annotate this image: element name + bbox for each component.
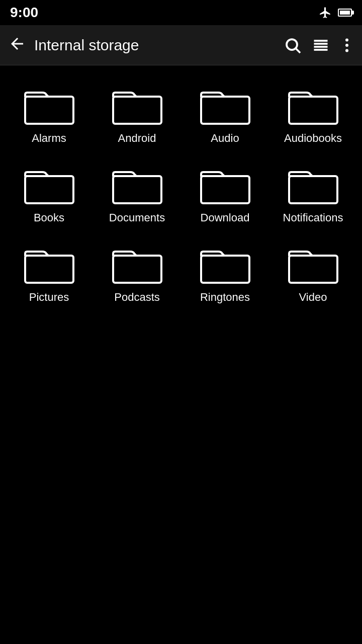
- svg-rect-12: [289, 97, 337, 124]
- folder-icon-alarms: [24, 86, 74, 126]
- folder-label-podcasts: Podcasts: [114, 291, 160, 304]
- folder-label-audiobooks: Audiobooks: [284, 132, 342, 145]
- folder-item-video[interactable]: Video: [269, 234, 357, 314]
- folder-item-notifications[interactable]: Notifications: [269, 155, 357, 234]
- svg-point-7: [345, 44, 348, 47]
- folder-icon-pictures: [24, 245, 74, 285]
- svg-rect-14: [113, 176, 161, 203]
- folder-item-pictures[interactable]: Pictures: [5, 234, 93, 314]
- folder-item-alarms[interactable]: Alarms: [5, 75, 93, 155]
- svg-rect-18: [113, 256, 161, 283]
- svg-rect-19: [201, 256, 249, 283]
- folder-icon-books: [24, 165, 74, 205]
- folder-label-download: Download: [201, 211, 250, 224]
- svg-rect-10: [113, 97, 161, 124]
- status-bar: 9:00: [0, 0, 362, 25]
- folder-icon-ringtones: [200, 245, 250, 285]
- folder-label-books: Books: [34, 211, 64, 224]
- folder-label-alarms: Alarms: [32, 132, 66, 145]
- svg-point-0: [287, 39, 297, 50]
- folder-item-podcasts[interactable]: Podcasts: [93, 234, 181, 314]
- folder-label-android: Android: [118, 132, 156, 145]
- folder-item-audio[interactable]: Audio: [181, 75, 269, 155]
- folder-label-documents: Documents: [109, 211, 165, 224]
- folder-item-documents[interactable]: Documents: [93, 155, 181, 234]
- folder-item-audiobooks[interactable]: Audiobooks: [269, 75, 357, 155]
- folder-item-android[interactable]: Android: [93, 75, 181, 155]
- folder-icon-audio: [200, 86, 250, 126]
- toolbar: Internal storage: [0, 25, 362, 65]
- back-button[interactable]: [8, 35, 26, 56]
- search-button[interactable]: [284, 36, 302, 54]
- svg-rect-15: [201, 176, 249, 203]
- folder-icon-podcasts: [112, 245, 162, 285]
- folder-item-books[interactable]: Books: [5, 155, 93, 234]
- folder-icon-notifications: [288, 165, 338, 205]
- more-options-button[interactable]: [340, 36, 354, 54]
- folder-icon-download: [200, 165, 250, 205]
- folder-label-audio: Audio: [211, 132, 239, 145]
- folder-label-ringtones: Ringtones: [200, 291, 250, 304]
- folder-icon-audiobooks: [288, 86, 338, 126]
- folder-label-video: Video: [299, 291, 327, 304]
- svg-rect-16: [289, 176, 337, 203]
- svg-rect-20: [289, 256, 337, 283]
- svg-rect-11: [201, 97, 249, 124]
- toolbar-actions: [284, 36, 354, 54]
- folder-item-download[interactable]: Download: [181, 155, 269, 234]
- folder-icon-documents: [112, 165, 162, 205]
- status-time: 9:00: [10, 5, 38, 21]
- folder-label-pictures: Pictures: [29, 291, 69, 304]
- list-view-button[interactable]: [312, 36, 330, 54]
- folder-icon-video: [288, 245, 338, 285]
- svg-rect-9: [25, 97, 73, 124]
- airplane-icon: [319, 6, 332, 19]
- svg-line-1: [296, 48, 300, 52]
- svg-rect-13: [25, 176, 73, 203]
- folder-icon-android: [112, 86, 162, 126]
- svg-point-6: [345, 38, 348, 41]
- battery-icon: [338, 9, 352, 17]
- folder-item-ringtones[interactable]: Ringtones: [181, 234, 269, 314]
- svg-point-8: [345, 49, 348, 52]
- folder-grid: Alarms Android Audio: [0, 65, 362, 324]
- folder-label-notifications: Notifications: [283, 211, 343, 224]
- page-title: Internal storage: [34, 37, 284, 54]
- status-icons: [319, 6, 352, 19]
- svg-rect-17: [25, 256, 73, 283]
